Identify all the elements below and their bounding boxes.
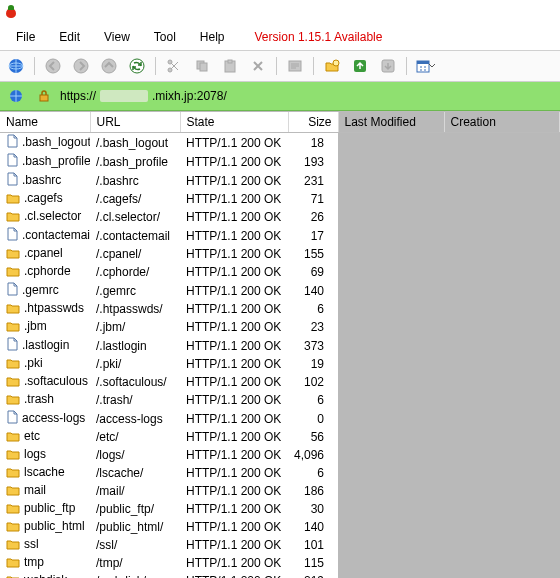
address-bar: https://.mixh.jp:2078/ <box>0 82 560 111</box>
table-row[interactable]: .cagefs/.cagefs/HTTP/1.1 200 OK71 <box>0 190 560 208</box>
version-notice[interactable]: Version 1.15.1 Available <box>245 27 393 47</box>
col-name[interactable]: Name <box>0 112 90 133</box>
menu-file[interactable]: File <box>6 27 45 47</box>
cell-url: /.pki/ <box>90 355 180 373</box>
globe-button[interactable] <box>4 54 28 78</box>
cell-creation <box>444 428 560 446</box>
cell-size: 4,096 <box>288 446 338 464</box>
cell-creation <box>444 446 560 464</box>
new-folder-button[interactable] <box>320 54 344 78</box>
cell-state: HTTP/1.1 200 OK <box>180 464 288 482</box>
cell-creation <box>444 554 560 572</box>
cell-state: HTTP/1.1 200 OK <box>180 336 288 355</box>
table-row[interactable]: .contactemail/.contactemailHTTP/1.1 200 … <box>0 226 560 245</box>
table-row[interactable]: .cphorde/.cphorde/HTTP/1.1 200 OK69 <box>0 263 560 281</box>
go-button[interactable] <box>4 84 28 108</box>
table-row[interactable]: .bash_logout/.bash_logoutHTTP/1.1 200 OK… <box>0 133 560 153</box>
table-row[interactable]: logs/logs/HTTP/1.1 200 OK4,096 <box>0 446 560 464</box>
table-row[interactable]: lscache/lscache/HTTP/1.1 200 OK6 <box>0 464 560 482</box>
refresh-button[interactable] <box>125 54 149 78</box>
calendar-button[interactable] <box>413 54 437 78</box>
table-row[interactable]: .pki/.pki/HTTP/1.1 200 OK19 <box>0 355 560 373</box>
table-row[interactable]: webdisk/webdisk/HTTP/1.1 200 OK219 <box>0 572 560 578</box>
cell-creation <box>444 133 560 153</box>
cell-state: HTTP/1.1 200 OK <box>180 446 288 464</box>
cell-url: /.cagefs/ <box>90 190 180 208</box>
table-row[interactable]: .bash_profile/.bash_profileHTTP/1.1 200 … <box>0 152 560 171</box>
toolbar-separator <box>155 57 156 75</box>
cell-size: 155 <box>288 245 338 263</box>
file-listing[interactable]: Name URL State Size Last Modified Creati… <box>0 111 560 578</box>
menu-edit[interactable]: Edit <box>49 27 90 47</box>
cell-size: 56 <box>288 428 338 446</box>
table-row[interactable]: .jbm/.jbm/HTTP/1.1 200 OK23 <box>0 318 560 336</box>
cell-name: .htpasswds <box>0 300 90 318</box>
cell-state: HTTP/1.1 200 OK <box>180 171 288 190</box>
folder-icon <box>6 484 20 499</box>
back-button[interactable] <box>41 54 65 78</box>
properties-button[interactable] <box>283 54 307 78</box>
table-row[interactable]: .lastlogin/.lastloginHTTP/1.1 200 OK373 <box>0 336 560 355</box>
download-button[interactable] <box>376 54 400 78</box>
svg-rect-19 <box>40 95 48 101</box>
table-row[interactable]: public_ftp/public_ftp/HTTP/1.1 200 OK30 <box>0 500 560 518</box>
col-url[interactable]: URL <box>90 112 180 133</box>
cell-url: /.bash_profile <box>90 152 180 171</box>
cell-url: /.bashrc <box>90 171 180 190</box>
table-row[interactable]: .softaculous/.softaculous/HTTP/1.1 200 O… <box>0 373 560 391</box>
table-row[interactable]: .cpanel/.cpanel/HTTP/1.1 200 OK155 <box>0 245 560 263</box>
cell-name: webdisk <box>0 572 90 578</box>
cell-state: HTTP/1.1 200 OK <box>180 428 288 446</box>
table-row[interactable]: ssl/ssl/HTTP/1.1 200 OK101 <box>0 536 560 554</box>
cut-button[interactable] <box>162 54 186 78</box>
col-size[interactable]: Size <box>288 112 338 133</box>
cell-last-modified <box>338 391 444 409</box>
cell-creation <box>444 391 560 409</box>
lock-button[interactable] <box>32 84 56 108</box>
delete-button[interactable] <box>246 54 270 78</box>
forward-button[interactable] <box>69 54 93 78</box>
menu-tool[interactable]: Tool <box>144 27 186 47</box>
cell-url: /.cphorde/ <box>90 263 180 281</box>
cell-name: lscache <box>0 464 90 482</box>
file-icon <box>6 337 18 354</box>
cell-url: /mail/ <box>90 482 180 500</box>
paste-button[interactable] <box>218 54 242 78</box>
menu-view[interactable]: View <box>94 27 140 47</box>
globe-icon <box>8 58 24 74</box>
upload-button[interactable] <box>348 54 372 78</box>
app-icon <box>4 5 18 19</box>
cell-name: .contactemail <box>0 226 90 245</box>
col-state[interactable]: State <box>180 112 288 133</box>
cell-last-modified <box>338 190 444 208</box>
cell-size: 69 <box>288 263 338 281</box>
cell-name: .bashrc <box>0 171 90 190</box>
table-row[interactable]: tmp/tmp/HTTP/1.1 200 OK115 <box>0 554 560 572</box>
table-row[interactable]: .trash/.trash/HTTP/1.1 200 OK6 <box>0 391 560 409</box>
cell-name: .cagefs <box>0 190 90 208</box>
cell-size: 101 <box>288 536 338 554</box>
folder-icon <box>6 430 20 445</box>
col-creation[interactable]: Creation <box>444 112 560 133</box>
col-last-modified[interactable]: Last Modified <box>338 112 444 133</box>
address-input[interactable]: https://.mixh.jp:2078/ <box>60 89 556 103</box>
table-row[interactable]: .cl.selector/.cl.selector/HTTP/1.1 200 O… <box>0 208 560 226</box>
table-row[interactable]: etc/etc/HTTP/1.1 200 OK56 <box>0 428 560 446</box>
cell-state: HTTP/1.1 200 OK <box>180 536 288 554</box>
table-row[interactable]: public_html/public_html/HTTP/1.1 200 OK1… <box>0 518 560 536</box>
cell-last-modified <box>338 245 444 263</box>
table-row[interactable]: mail/mail/HTTP/1.1 200 OK186 <box>0 482 560 500</box>
cell-creation <box>444 208 560 226</box>
table-row[interactable]: .bashrc/.bashrcHTTP/1.1 200 OK231 <box>0 171 560 190</box>
toolbar-separator <box>34 57 35 75</box>
cell-size: 140 <box>288 281 338 300</box>
cell-url: /.softaculous/ <box>90 373 180 391</box>
table-row[interactable]: access-logs/access-logsHTTP/1.1 200 OK0 <box>0 409 560 428</box>
table-row[interactable]: .gemrc/.gemrcHTTP/1.1 200 OK140 <box>0 281 560 300</box>
copy-button[interactable] <box>190 54 214 78</box>
cell-url: /.cpanel/ <box>90 245 180 263</box>
up-button[interactable] <box>97 54 121 78</box>
cell-creation <box>444 336 560 355</box>
table-row[interactable]: .htpasswds/.htpasswds/HTTP/1.1 200 OK6 <box>0 300 560 318</box>
menu-help[interactable]: Help <box>190 27 235 47</box>
